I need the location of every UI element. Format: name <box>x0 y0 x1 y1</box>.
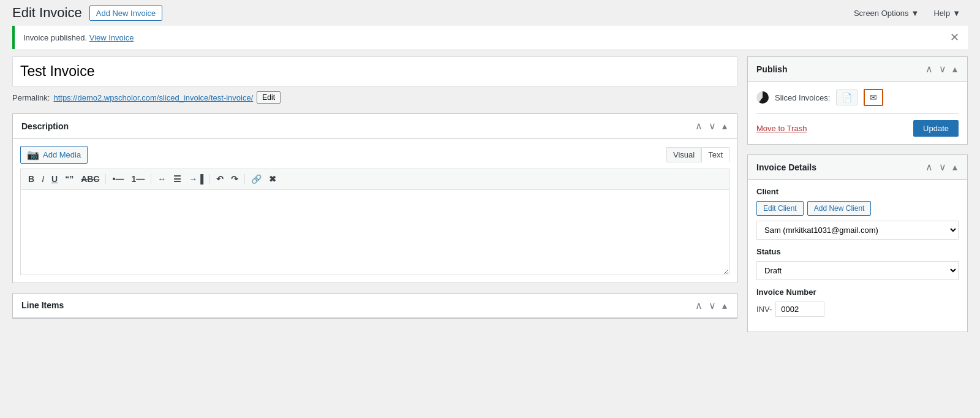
status-section: Status Draft <box>756 247 959 280</box>
invoice-details-metabox-body: Client Edit Client Add New Client Sam (m… <box>748 180 967 332</box>
line-items-toggle-button[interactable]: ▴ <box>721 300 728 311</box>
inv-prefix: INV- <box>756 305 772 314</box>
invoice-number-label: Invoice Number <box>756 287 959 297</box>
add-media-button[interactable]: 📷 Add Media <box>20 146 88 164</box>
invoice-details-controls: ∧ ∨ ▴ <box>924 161 959 173</box>
redo-button[interactable]: ↷ <box>228 173 241 186</box>
ordered-list-button[interactable]: 1— <box>129 173 147 186</box>
fullscreen-button[interactable]: ✖ <box>266 173 279 186</box>
link-button[interactable]: 🔗 <box>249 173 264 186</box>
blockquote-button[interactable]: “” <box>62 173 76 186</box>
client-section: Client Edit Client Add New Client Sam (m… <box>756 187 959 240</box>
chevron-down-icon: ▼ <box>911 9 919 18</box>
invoice-number-section: Invoice Number INV- <box>756 287 959 317</box>
visual-tab[interactable]: Visual <box>666 147 701 162</box>
notice-close-button[interactable]: ✕ <box>950 32 959 43</box>
invoice-details-collapse-up-button[interactable]: ∧ <box>924 161 934 173</box>
invoice-number-row: INV- <box>756 302 959 317</box>
strikethrough-button[interactable]: ABC <box>78 173 102 186</box>
publish-collapse-up-button[interactable]: ∧ <box>924 63 934 75</box>
notice-text: Invoice published. View Invoice <box>23 33 134 42</box>
description-metabox: Description ∧ ∨ ▴ 📷 Add Media Visual T <box>12 113 737 283</box>
text-tab[interactable]: Text <box>701 147 729 162</box>
format-divider-1 <box>105 174 106 184</box>
invoice-details-metabox: Invoice Details ∧ ∨ ▴ Client Edit Client… <box>747 154 968 332</box>
line-items-header: Line Items ∧ ∨ ▴ <box>13 294 737 318</box>
description-metabox-header: Description ∧ ∨ ▴ <box>13 114 737 139</box>
permalink-edit-button[interactable]: Edit <box>257 91 281 104</box>
description-metabox-body: 📷 Add Media Visual Text B I U “” ABC <box>13 139 737 283</box>
invoice-email-button[interactable]: ✉ <box>864 89 883 106</box>
format-divider-3 <box>209 174 210 184</box>
top-bar-left: Edit Invoice Add New Invoice <box>12 5 162 21</box>
page-title: Edit Invoice <box>12 5 82 21</box>
publish-title: Publish <box>756 64 788 74</box>
description-toggle-button[interactable]: ▴ <box>721 120 728 132</box>
inv-number-input[interactable] <box>775 302 824 317</box>
add-new-invoice-button[interactable]: Add New Invoice <box>89 6 163 21</box>
status-select[interactable]: Draft <box>756 261 959 280</box>
publish-toggle-button[interactable]: ▴ <box>951 63 959 75</box>
chevron-down-icon: ▼ <box>952 9 960 18</box>
align-left-button[interactable]: ↔ <box>155 173 168 186</box>
description-collapse-up-button[interactable]: ∧ <box>694 120 704 132</box>
editor-tabs: Visual Text <box>666 147 729 162</box>
editor-toolbar-top: 📷 Add Media Visual Text <box>20 146 729 164</box>
main-layout: Permalink: https://demo2.wpscholor.com/s… <box>0 56 980 342</box>
client-buttons: Edit Client Add New Client <box>756 201 959 216</box>
publish-collapse-down-button[interactable]: ∨ <box>938 63 948 75</box>
add-media-icon: 📷 <box>27 149 39 161</box>
unordered-list-button[interactable]: •— <box>110 173 126 186</box>
invoice-view-button[interactable]: 📄 <box>836 89 858 105</box>
publish-actions: Move to Trash Update <box>756 113 959 137</box>
invoice-title-input[interactable] <box>12 56 737 86</box>
publish-controls: ∧ ∨ ▴ <box>924 63 959 75</box>
sliced-invoices-label: Sliced Invoices: <box>775 93 830 102</box>
align-center-button[interactable]: ☰ <box>171 173 184 186</box>
invoice-details-metabox-header: Invoice Details ∧ ∨ ▴ <box>748 155 967 180</box>
description-collapse-down-button[interactable]: ∨ <box>707 120 717 132</box>
sidebar: Publish ∧ ∨ ▴ Sliced Invoices: 📄 ✉ Move … <box>747 56 968 342</box>
publish-metabox-header: Publish ∧ ∨ ▴ <box>748 57 967 82</box>
status-label: Status <box>756 247 959 256</box>
publish-metabox-body: Sliced Invoices: 📄 ✉ Move to Trash Updat… <box>748 82 967 144</box>
invoice-details-collapse-down-button[interactable]: ∨ <box>938 161 948 173</box>
permalink-label: Permalink: <box>12 93 50 102</box>
description-controls: ∧ ∨ ▴ <box>694 120 728 132</box>
client-label: Client <box>756 187 959 196</box>
line-items-controls: ∧ ∨ ▴ <box>694 300 728 311</box>
publish-metabox: Publish ∧ ∨ ▴ Sliced Invoices: 📄 ✉ Move … <box>747 56 968 145</box>
italic-button[interactable]: I <box>39 173 47 186</box>
invoice-details-title: Invoice Details <box>756 162 816 172</box>
top-bar-right: Screen Options ▼ Help ▼ <box>846 6 968 20</box>
help-button[interactable]: Help ▼ <box>926 6 968 20</box>
content-area: Permalink: https://demo2.wpscholor.com/s… <box>12 56 737 342</box>
publish-sliced-row: Sliced Invoices: 📄 ✉ <box>756 89 959 106</box>
bold-button[interactable]: B <box>26 173 37 186</box>
notice-bar: Invoice published. View Invoice ✕ <box>12 26 968 49</box>
sliced-invoices-icon <box>756 91 769 104</box>
screen-options-button[interactable]: Screen Options ▼ <box>846 6 926 20</box>
client-select[interactable]: Sam (mrkitkat1031@gmail.com) <box>756 221 959 240</box>
permalink-row: Permalink: https://demo2.wpscholor.com/s… <box>12 91 737 104</box>
line-items-title: Line Items <box>21 300 64 310</box>
undo-button[interactable]: ↶ <box>214 173 226 186</box>
format-divider-4 <box>244 174 245 184</box>
underline-button[interactable]: U <box>49 173 60 186</box>
add-new-client-button[interactable]: Add New Client <box>807 201 872 216</box>
permalink-url[interactable]: https://demo2.wpscholor.com/sliced_invoi… <box>53 93 253 102</box>
update-button[interactable]: Update <box>913 120 959 137</box>
invoice-details-toggle-button[interactable]: ▴ <box>951 161 959 173</box>
line-items-metabox: Line Items ∧ ∨ ▴ <box>12 293 737 319</box>
format-divider-2 <box>151 174 151 184</box>
top-bar: Edit Invoice Add New Invoice Screen Opti… <box>0 0 980 26</box>
description-textarea[interactable] <box>20 189 729 275</box>
view-invoice-link[interactable]: View Invoice <box>89 33 134 42</box>
align-right-button[interactable]: →▐ <box>186 173 206 186</box>
editor-format-bar: B I U “” ABC •— 1— ↔ ☰ →▐ ↶ ↷ 🔗 <box>20 169 729 189</box>
description-title: Description <box>21 121 69 131</box>
line-items-collapse-up-button[interactable]: ∧ <box>694 300 704 311</box>
edit-client-button[interactable]: Edit Client <box>756 201 804 216</box>
line-items-collapse-down-button[interactable]: ∨ <box>707 300 717 311</box>
move-to-trash-button[interactable]: Move to Trash <box>756 124 807 133</box>
